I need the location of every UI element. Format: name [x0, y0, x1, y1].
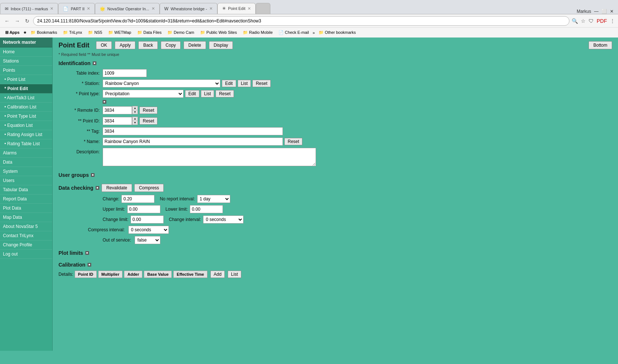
remote-id-spinner[interactable]: ▲ ▼	[132, 106, 138, 114]
sidebar-item-contact[interactable]: Contact TriLynx	[0, 231, 52, 240]
remote-id-reset-btn[interactable]: Reset	[139, 107, 157, 114]
tab-part2-close[interactable]: ✕	[87, 6, 90, 11]
point-id-up[interactable]: ▲	[132, 117, 138, 121]
sidebar-item-point-type-list[interactable]: • Point Type List	[0, 112, 52, 121]
revalidate-btn[interactable]: Revalidate	[102, 184, 132, 192]
tab-point-edit[interactable]: ✳ Point Edit ✕	[217, 3, 256, 14]
sidebar-item-home[interactable]: Home	[0, 47, 52, 57]
station-list-btn[interactable]: List	[238, 80, 251, 87]
no-report-interval-select[interactable]: 1 day 0 seconds 2 days 1 week	[197, 195, 230, 203]
bm-publicweb[interactable]: 📁 Public Web Sites	[198, 29, 239, 36]
close-btn[interactable]: ✕	[610, 9, 614, 14]
sidebar-item-plot-data[interactable]: Plot Data	[0, 204, 52, 213]
lower-limit-input[interactable]	[190, 205, 223, 213]
bm-democam[interactable]: 📁 Demo Cam	[165, 29, 196, 36]
maximize-btn[interactable]: ⬜	[601, 9, 607, 14]
back-nav-btn[interactable]: ←	[3, 17, 11, 25]
sidebar-item-system[interactable]: System	[0, 167, 52, 176]
tab-novastar-close[interactable]: ✕	[152, 6, 155, 11]
point-id-down[interactable]: ▼	[132, 121, 138, 125]
plot-limits-toggle[interactable]: ■	[85, 251, 89, 255]
identification-toggle[interactable]: ■	[93, 61, 96, 65]
address-input[interactable]	[33, 16, 569, 26]
tab-gmail[interactable]: ✉ Inbox (711) - markus ✕	[0, 3, 58, 14]
sidebar-item-equation-list[interactable]: • Equation List	[0, 121, 52, 130]
bm-apps[interactable]: ⊞ Apps	[3, 29, 22, 36]
point-type-edit-btn[interactable]: Edit	[185, 90, 199, 97]
point-id-input[interactable]	[103, 117, 132, 125]
sidebar-item-calibration-list[interactable]: • Calibration List	[0, 103, 52, 112]
point-id-spinner[interactable]: ▲ ▼	[132, 117, 138, 125]
calibration-toggle[interactable]: ■	[88, 263, 91, 267]
tab-point-edit-close[interactable]: ✕	[248, 6, 251, 11]
bm-trilynx[interactable]: 📁 TriLynx	[61, 29, 84, 36]
user-groups-toggle[interactable]: ■	[91, 173, 95, 177]
tab-gmail-close[interactable]: ✕	[50, 6, 53, 11]
bm-wetmap[interactable]: 📁 WETMap	[106, 29, 134, 36]
station-reset-btn[interactable]: Reset	[252, 80, 270, 87]
sidebar-item-rating-table[interactable]: • Rating Table List	[0, 139, 52, 149]
back-button[interactable]: Back	[138, 41, 158, 49]
sidebar-item-logout[interactable]: Log out	[0, 250, 52, 259]
point-type-list-btn[interactable]: List	[201, 90, 214, 97]
forward-nav-btn[interactable]: →	[13, 17, 21, 25]
bm-other[interactable]: 📁 Other bookmarks	[316, 29, 358, 36]
sidebar-item-map-data[interactable]: Map Data	[0, 213, 52, 222]
pdf-icon[interactable]: PDF	[597, 18, 607, 24]
remote-id-input[interactable]	[103, 106, 132, 114]
sidebar-item-change-profile[interactable]: Change Profile	[0, 240, 52, 250]
sidebar-item-alarms[interactable]: Alarms	[0, 149, 52, 158]
bm-datafiles[interactable]: 📁 Data Files	[135, 29, 164, 36]
sidebar-item-users[interactable]: Users	[0, 176, 52, 185]
sidebar-item-stations[interactable]: Stations	[0, 57, 52, 66]
cal-list-btn[interactable]: List	[228, 271, 241, 278]
out-of-service-select[interactable]: false true	[135, 236, 160, 244]
tab-blank[interactable]	[256, 3, 270, 14]
bm-bookmarks[interactable]: 📁 Bookmarks	[28, 29, 59, 36]
cal-add-btn[interactable]: Add	[210, 271, 225, 278]
sidebar-item-point-list[interactable]: • Point List	[0, 75, 52, 84]
bottom-button[interactable]: Bottom	[589, 41, 612, 49]
tag-input[interactable]	[103, 127, 283, 135]
expand-icon[interactable]: ■	[103, 100, 106, 104]
tab-wheatstone[interactable]: W Wheatstone bridge - ✕	[160, 3, 217, 14]
sidebar-item-about[interactable]: About NovaStar 5	[0, 222, 52, 231]
copy-button[interactable]: Copy	[161, 41, 181, 49]
sidebar-item-alerttalk3[interactable]: • AlertTalk3 List	[0, 93, 52, 103]
bm-radiomobile[interactable]: 📁 Radio Mobile	[241, 29, 275, 36]
tab-novastar[interactable]: 🌟 NovaStar Operator In... ✕	[95, 3, 160, 14]
station-edit-btn[interactable]: Edit	[222, 80, 236, 87]
remote-id-down[interactable]: ▼	[132, 110, 138, 114]
search-icon[interactable]: 🔍	[572, 18, 578, 24]
sidebar-item-point-edit[interactable]: * Point Edit	[0, 84, 52, 93]
data-checking-toggle[interactable]: ■	[96, 186, 99, 190]
upper-limit-input[interactable]	[127, 205, 160, 213]
sidebar-item-points[interactable]: Points	[0, 66, 52, 75]
table-index-input[interactable]	[103, 69, 147, 77]
sidebar-item-tabular-data[interactable]: Tabular Data	[0, 185, 52, 195]
ok-button[interactable]: OK	[96, 41, 112, 49]
sidebar-item-report-data[interactable]: Report Data	[0, 195, 52, 204]
compress-interval-select[interactable]: 0 seconds 1 minute 5 minutes	[128, 226, 169, 234]
change-input[interactable]	[121, 195, 154, 203]
tab-part2[interactable]: 📄 PART II ✕	[58, 3, 95, 14]
bm-more[interactable]: »	[313, 31, 315, 35]
tab-wheatstone-close[interactable]: ✕	[209, 6, 213, 11]
station-select[interactable]: Rainbow Canyon	[103, 79, 220, 88]
sidebar-item-rating-assign[interactable]: • Rating Assign List	[0, 130, 52, 139]
minimize-btn[interactable]: —	[594, 9, 599, 14]
bm-checkemail[interactable]: 📄 Check E-mail	[276, 29, 311, 36]
sidebar-item-data[interactable]: Data	[0, 158, 52, 167]
bookmark-star-icon[interactable]: ☆	[581, 18, 586, 24]
apply-button[interactable]: Apply	[115, 41, 135, 49]
change-interval-select[interactable]: 0 seconds 1 minute 5 minutes 15 minutes …	[203, 215, 244, 224]
display-button[interactable]: Display	[209, 41, 233, 49]
description-textarea[interactable]	[103, 148, 316, 166]
point-id-reset-btn[interactable]: Reset	[139, 117, 157, 125]
compress-btn[interactable]: Compress	[134, 184, 164, 192]
bm-ns5[interactable]: 📁 NS5	[86, 29, 104, 36]
menu-icon[interactable]: ⋮	[610, 18, 615, 24]
reload-btn[interactable]: ↻	[24, 17, 31, 25]
remote-id-up[interactable]: ▲	[132, 106, 138, 110]
name-reset-btn[interactable]: Reset	[284, 138, 302, 145]
